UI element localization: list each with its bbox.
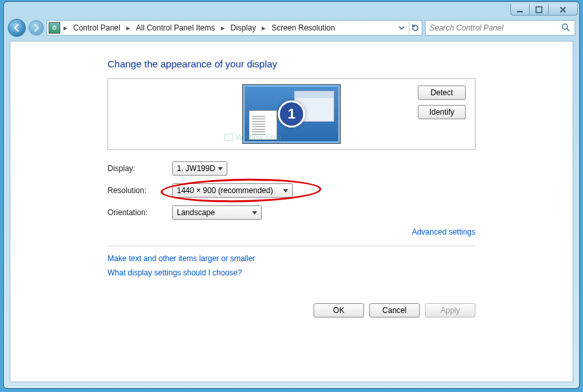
detect-button[interactable]: Detect — [418, 86, 466, 100]
display-label: Display: — [108, 164, 172, 173]
chevron-right-icon: ▸ — [124, 23, 132, 32]
chevron-right-icon: ▸ — [219, 23, 227, 32]
orientation-dropdown[interactable]: Landscape — [172, 205, 262, 220]
titlebar — [4, 2, 579, 17]
cancel-button[interactable]: Cancel — [369, 303, 420, 317]
page-title: Change the appearance of your display — [108, 58, 475, 69]
advanced-settings-link[interactable]: Advanced settings — [412, 227, 475, 236]
orientation-label: Orientation: — [108, 208, 172, 217]
address-dropdown-icon[interactable] — [396, 21, 407, 34]
chevron-right-icon: ▸ — [260, 23, 268, 32]
display-help-link[interactable]: What display settings should I choose? — [108, 268, 475, 277]
monitor-number-badge: 1 — [278, 100, 305, 128]
orientation-value: Landscape — [177, 208, 215, 217]
minimize-button[interactable] — [510, 4, 530, 16]
resolution-label: Resolution: — [108, 186, 172, 195]
content-pane: Change the appearance of your display 1 … — [10, 41, 573, 382]
close-button[interactable] — [548, 4, 578, 16]
apply-button: Apply — [425, 303, 475, 317]
resolution-value: 1440 × 900 (recommended) — [177, 186, 273, 195]
display-dropdown[interactable]: 1. JW199D — [172, 161, 227, 176]
dialog-buttons: OK Cancel Apply — [314, 303, 475, 317]
ok-button[interactable]: OK — [314, 303, 364, 317]
identify-button[interactable]: Identify — [418, 105, 466, 119]
separator — [108, 246, 475, 246]
svg-rect-3 — [225, 134, 233, 141]
breadcrumb-item[interactable]: Display — [228, 23, 258, 33]
address-bar[interactable]: ⚙ ▸ Control Panel ▸ All Control Panel It… — [47, 20, 422, 36]
resolution-dropdown[interactable]: 1440 × 900 (recommended) — [172, 183, 293, 198]
snip-watermark: Window Snip — [224, 133, 281, 142]
breadcrumb-item[interactable]: Control Panel — [71, 23, 123, 33]
search-input[interactable] — [429, 23, 561, 32]
search-box[interactable] — [425, 20, 575, 36]
navbar: ⚙ ▸ Control Panel ▸ All Control Panel It… — [4, 17, 579, 38]
display-preview-box: 1 Detect Identify — [108, 78, 475, 150]
back-button[interactable] — [8, 19, 26, 37]
refresh-icon[interactable] — [409, 21, 420, 34]
display-value: 1. JW199D — [177, 164, 215, 173]
search-icon — [561, 23, 571, 34]
maximize-button[interactable] — [529, 4, 549, 16]
window-frame: ⚙ ▸ Control Panel ▸ All Control Panel It… — [3, 1, 580, 389]
control-panel-icon: ⚙ — [49, 22, 60, 34]
breadcrumb-item[interactable]: Screen Resolution — [269, 23, 337, 33]
svg-rect-1 — [536, 6, 542, 12]
chevron-right-icon: ▸ — [62, 23, 69, 32]
breadcrumb-item[interactable]: All Control Panel Items — [133, 23, 218, 33]
text-size-link[interactable]: Make text and other items larger or smal… — [108, 254, 475, 263]
svg-rect-0 — [517, 11, 523, 12]
forward-button[interactable] — [29, 20, 44, 36]
